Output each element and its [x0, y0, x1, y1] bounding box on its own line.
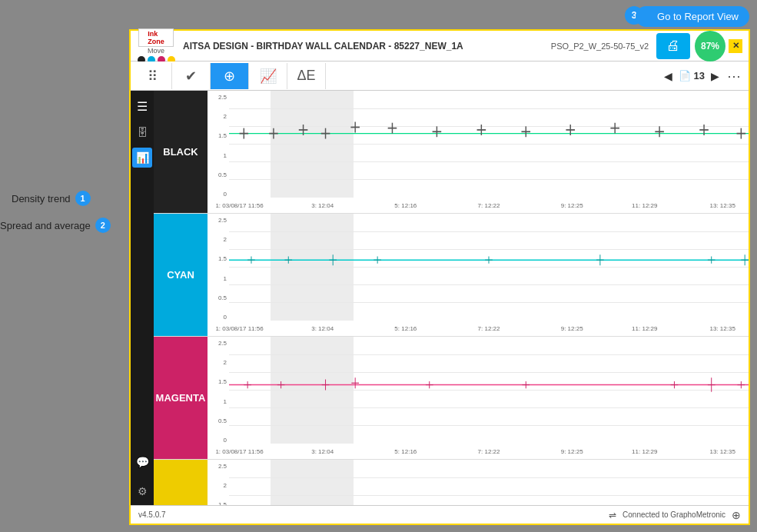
plot-area-yellow — [229, 460, 749, 505]
plot-area-magenta — [229, 337, 749, 444]
spread-average-annotation: Spread and average 2 — [0, 218, 111, 233]
left-sidebar: ☰ 🗄 📊 💬 ⚙ — [131, 91, 154, 505]
toolbar-chart-btn[interactable]: ✔︎ — [172, 63, 211, 89]
toolbar-trend-btn[interactable]: 📈 — [249, 63, 287, 89]
title-bar: InkZone Move AITSA DESIGN - BIRTHDAY WAL… — [131, 31, 749, 62]
plot-area-cyan — [229, 214, 749, 321]
y-axis-black: 2.5 2 1.5 1 0.5 0 — [208, 91, 229, 198]
page-icon: 📄 — [679, 70, 691, 81]
x-axis-cyan: 1: 03/08/17 11:56 3: 12:04 5: 12:16 7: 1… — [229, 321, 749, 336]
sidebar-trend-icon[interactable]: 📊 — [132, 148, 152, 168]
charts-area: BLACK 2.5 2 1.5 1 0.5 0 — [154, 91, 749, 505]
sidebar-files-icon[interactable]: ☰ — [131, 95, 153, 117]
channel-row-yellow: YELLOW 2.5 2 1.5 1 0.5 0 — [154, 460, 749, 505]
version-text: v4.5.0.7 — [138, 510, 166, 519]
channel-label-black: BLACK — [154, 91, 208, 213]
page-nav: ◀ 📄 13 ▶ — [661, 70, 722, 82]
connection-text: Connected to GraphoMetronic — [623, 510, 725, 519]
x-axis-black: 1: 03/08/17 11:56 3: 12:04 5: 12:16 7: 1… — [229, 198, 749, 213]
page-number: 13 — [694, 70, 705, 81]
channel-label-magenta: MAGENTA — [154, 337, 208, 459]
chart-cyan: 2.5 2 1.5 1 0.5 0 — [208, 214, 749, 336]
toolbar-delta-btn[interactable]: ΔE — [287, 63, 326, 89]
sidebar-db-icon[interactable]: 🗄 — [131, 121, 153, 143]
logo-box: InkZone — [138, 28, 174, 47]
toolbar-grid-btn[interactable]: ⠿ — [134, 63, 172, 89]
channel-row-magenta: MAGENTA 2.5 2 1.5 1 0.5 0 — [154, 337, 749, 460]
channel-row-black: BLACK 2.5 2 1.5 1 0.5 0 — [154, 91, 749, 214]
print-button[interactable]: 🖨 — [656, 33, 690, 59]
percent-badge: 87% — [695, 31, 725, 62]
connection-icon: ⇌ — [609, 510, 616, 520]
chart-svg-black — [229, 91, 749, 198]
annotation-label-spread: Spread and average — [0, 220, 91, 231]
outer-wrapper: 3 Go to Report View Density trend 1 Spre… — [0, 0, 757, 532]
x-axis-magenta: 1: 03/08/17 11:56 3: 12:04 5: 12:16 7: 1… — [229, 444, 749, 459]
close-button[interactable]: ✕ — [729, 39, 742, 53]
density-trend-annotation: Density trend 1 — [12, 191, 91, 206]
page-prev-btn[interactable]: ◀ — [661, 70, 676, 82]
logo-move: Move — [148, 47, 164, 55]
chart-yellow: 2.5 2 1.5 1 0.5 0 — [208, 460, 749, 505]
chart-black: 2.5 2 1.5 1 0.5 0 — [208, 91, 749, 213]
profile-text: PSO_P2_W_25-50-75_v2 — [551, 42, 649, 51]
annotation-number-1: 1 — [75, 191, 91, 206]
chart-svg-magenta — [229, 337, 749, 444]
chart-svg-cyan — [229, 214, 749, 321]
body-area: ☰ 🗄 📊 💬 ⚙ BLACK 2.5 2 — [131, 91, 749, 505]
logo-area: InkZone Move — [137, 28, 175, 64]
app-title: AITSA DESIGN - BIRTHDAY WALL CALENDAR - … — [183, 41, 551, 52]
annotation-label-density: Density trend — [12, 193, 71, 204]
annotation-number-2: 2 — [95, 218, 111, 233]
sidebar-settings-icon[interactable]: ⚙ — [131, 480, 153, 502]
status-bar: v4.5.0.7 ⇌ Connected to GraphoMetronic ⊕ — [131, 505, 749, 524]
chart-svg-yellow — [229, 460, 749, 505]
go-report-button[interactable]: Go to Report View — [636, 6, 749, 27]
y-axis-magenta: 2.5 2 1.5 1 0.5 0 — [208, 337, 229, 444]
toolbar: ⠿ ✔︎ ⊕ 📈 ΔE ◀ 📄 13 ▶ ⋯ — [131, 62, 749, 91]
app-window: InkZone Move AITSA DESIGN - BIRTHDAY WAL… — [129, 29, 750, 525]
more-button[interactable]: ⋯ — [722, 68, 745, 85]
chart-magenta: 2.5 2 1.5 1 0.5 0 — [208, 337, 749, 459]
sidebar-help-icon[interactable]: 💬 — [131, 451, 153, 473]
crosshair-icon: ⊕ — [732, 509, 741, 521]
toolbar-crosshair-btn[interactable]: ⊕ — [211, 63, 249, 89]
y-axis-cyan: 2.5 2 1.5 1 0.5 0 — [208, 214, 229, 321]
channel-label-yellow: YELLOW — [154, 460, 208, 505]
y-axis-yellow: 2.5 2 1.5 1 0.5 0 — [208, 460, 229, 505]
plot-area-black — [229, 91, 749, 198]
channel-row-cyan: CYAN 2.5 2 1.5 1 0.5 0 — [154, 214, 749, 337]
channel-label-cyan: CYAN — [154, 214, 208, 336]
page-next-btn[interactable]: ▶ — [708, 70, 722, 82]
status-right: ⇌ Connected to GraphoMetronic ⊕ — [609, 509, 741, 521]
